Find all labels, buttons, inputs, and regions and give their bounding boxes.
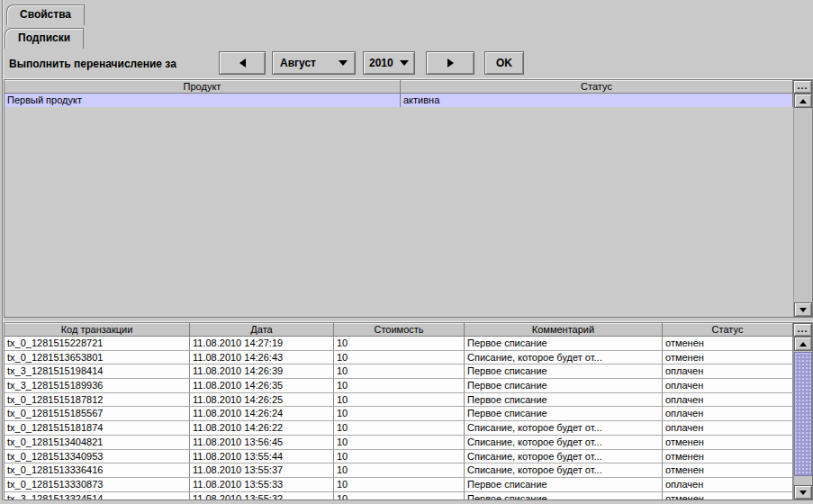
left-arrow-icon bbox=[239, 58, 246, 68]
table-row[interactable]: tx_0_128151334095311.08.2010 13:55:4410С… bbox=[5, 450, 793, 464]
down-arrow-icon bbox=[799, 308, 807, 312]
cell-id: tx_0_1281513330873 bbox=[5, 478, 190, 492]
cell-date: 11.08.2010 13:55:44 bbox=[190, 450, 334, 464]
ok-button-label: OK bbox=[496, 57, 512, 69]
transactions-table-body: tx_0_128151522872111.08.2010 14:27:1910П… bbox=[5, 337, 793, 500]
transactions-column-options-button[interactable]: ... bbox=[793, 323, 812, 337]
table-row[interactable]: Первый продуктактивна bbox=[5, 94, 793, 107]
cell-status: оплачен bbox=[663, 407, 793, 421]
cell-id: tx_0_1281513340953 bbox=[5, 450, 190, 464]
cell-id: tx_3_1281515189936 bbox=[5, 379, 190, 393]
transactions-scrollbar[interactable] bbox=[793, 337, 812, 500]
cell-id: tx_3_1281513324514 bbox=[5, 492, 190, 500]
column-header-comment[interactable]: Комментарий bbox=[465, 323, 663, 337]
cell-comment: Списание, которое будет от... bbox=[465, 464, 663, 478]
cell-cost: 10 bbox=[334, 379, 465, 393]
cell-cost: 10 bbox=[334, 436, 465, 450]
table-row[interactable]: tx_0_128151518781211.08.2010 14:26:2510П… bbox=[5, 393, 793, 408]
table-row[interactable]: tx_3_128151518993611.08.2010 14:26:3510П… bbox=[5, 379, 793, 393]
cell-comment: Списание, которое будет от... bbox=[465, 436, 663, 450]
chevron-down-icon bbox=[339, 60, 348, 66]
ok-button[interactable]: OK bbox=[484, 51, 524, 75]
cell-cost: 10 bbox=[334, 351, 465, 365]
year-dropdown[interactable]: 2010 bbox=[363, 51, 415, 75]
table-row[interactable]: tx_0_128151340482111.08.2010 13:56:4510С… bbox=[5, 436, 793, 450]
scrollbar-thumb[interactable] bbox=[794, 352, 812, 476]
scroll-down-button[interactable] bbox=[794, 302, 812, 317]
previous-month-button[interactable] bbox=[219, 51, 266, 75]
cell-comment: Первое списание bbox=[465, 337, 663, 351]
table-row[interactable]: tx_3_128151332451411.08.2010 13:55:3210П… bbox=[5, 492, 793, 500]
tab-properties[interactable]: Свойства bbox=[6, 4, 85, 25]
table-row[interactable]: tx_0_128151522872111.08.2010 14:27:1910П… bbox=[5, 337, 793, 351]
table-row[interactable]: tx_0_128151365380111.08.2010 14:26:4310С… bbox=[5, 351, 793, 365]
cell-status: отменен bbox=[663, 450, 793, 464]
cell-comment: Списание, которое будет от... bbox=[465, 450, 663, 464]
table-row[interactable]: tx_0_128151333087311.08.2010 13:55:3310П… bbox=[5, 478, 793, 492]
right-arrow-icon bbox=[447, 58, 454, 68]
cell-date: 11.08.2010 14:27:19 bbox=[190, 337, 334, 351]
cell-date: 11.08.2010 14:26:35 bbox=[190, 379, 334, 393]
column-header-cost[interactable]: Стоимость bbox=[334, 323, 465, 337]
table-row[interactable]: tx_0_128151518187411.08.2010 14:26:2210С… bbox=[5, 421, 793, 436]
cell-status: оплачен bbox=[663, 421, 793, 436]
subscriptions-table: Продукт Статус ... Первый продуктактивна bbox=[4, 79, 813, 318]
year-dropdown-value: 2010 bbox=[369, 57, 393, 69]
column-header-status[interactable]: Статус bbox=[663, 323, 793, 337]
cell-status: отменен bbox=[663, 436, 793, 450]
cell-comment: Первое списание bbox=[465, 379, 663, 393]
cell-cost: 10 bbox=[334, 478, 465, 492]
scrollbar-track[interactable] bbox=[794, 476, 812, 485]
cell-status: отменен bbox=[663, 337, 793, 351]
cell-date: 11.08.2010 13:55:37 bbox=[190, 464, 334, 478]
cell-status: оплачен bbox=[663, 364, 793, 379]
column-header-date[interactable]: Дата bbox=[190, 323, 334, 337]
column-header-transaction-code[interactable]: Код транзакции bbox=[5, 323, 190, 337]
cell-date: 11.08.2010 14:26:39 bbox=[190, 364, 334, 379]
cell-comment: Списание, которое будет от... bbox=[465, 351, 663, 365]
cell-comment: Первое списание bbox=[465, 364, 663, 379]
cell-cost: 10 bbox=[334, 393, 465, 408]
table-row[interactable]: tx_3_128151519841411.08.2010 14:26:3910П… bbox=[5, 364, 793, 379]
tab-subscriptions[interactable]: Подписки bbox=[5, 28, 84, 49]
tab-properties-label: Свойства bbox=[20, 8, 71, 21]
cell-comment: Списание, которое будет от... bbox=[465, 421, 663, 436]
cell-date: 11.08.2010 14:26:24 bbox=[190, 407, 334, 421]
cell-status: отменен bbox=[663, 492, 793, 500]
scroll-up-button[interactable] bbox=[794, 337, 812, 351]
scroll-up-button[interactable] bbox=[794, 94, 812, 108]
cell-comment: Первое списание bbox=[465, 492, 663, 500]
cell-cost: 10 bbox=[334, 407, 465, 421]
table-row[interactable]: tx_0_128151333641611.08.2010 13:55:3710С… bbox=[5, 464, 793, 478]
cell-id: tx_0_1281513336416 bbox=[5, 464, 190, 478]
subscriptions-table-header: Продукт Статус bbox=[5, 80, 793, 94]
cell-date: 11.08.2010 13:56:45 bbox=[190, 436, 334, 450]
cell-cost: 10 bbox=[334, 464, 465, 478]
scrollbar-track[interactable] bbox=[794, 108, 812, 302]
recalculation-label: Выполнить переначисление за bbox=[9, 58, 176, 70]
scroll-down-button[interactable] bbox=[794, 485, 812, 500]
cell-status: отменен bbox=[663, 351, 793, 365]
cell-date: 11.08.2010 14:26:43 bbox=[190, 351, 334, 365]
up-arrow-icon bbox=[799, 99, 807, 104]
table-row[interactable]: tx_0_128151518556711.08.2010 14:26:2410П… bbox=[5, 407, 793, 421]
cell-date: 11.08.2010 14:26:25 bbox=[190, 393, 334, 408]
cell-date: 11.08.2010 14:26:22 bbox=[190, 421, 334, 436]
cell-id: tx_0_1281515185567 bbox=[5, 407, 190, 421]
cell-id: tx_3_1281515198414 bbox=[5, 364, 190, 379]
cell-status: отменен bbox=[663, 464, 793, 478]
cell-id: tx_0_1281513653801 bbox=[5, 351, 190, 365]
tab-subscriptions-label: Подписки bbox=[18, 32, 70, 44]
column-header-product[interactable]: Продукт bbox=[5, 80, 401, 94]
subscriptions-scrollbar[interactable] bbox=[793, 94, 812, 317]
transactions-table-header: Код транзакции Дата Стоимость Комментари… bbox=[5, 323, 793, 337]
column-header-status[interactable]: Статус bbox=[401, 80, 793, 94]
cell-status: оплачен bbox=[663, 478, 793, 492]
next-month-button[interactable] bbox=[426, 51, 474, 75]
month-dropdown[interactable]: Август bbox=[272, 51, 356, 75]
transactions-table: Код транзакции Дата Стоимость Комментари… bbox=[4, 322, 813, 500]
cell-product: Первый продукт bbox=[5, 94, 401, 107]
cell-date: 11.08.2010 13:55:32 bbox=[190, 492, 334, 500]
subscriptions-column-options-button[interactable]: ... bbox=[793, 80, 812, 94]
cell-status: активна bbox=[401, 94, 793, 107]
